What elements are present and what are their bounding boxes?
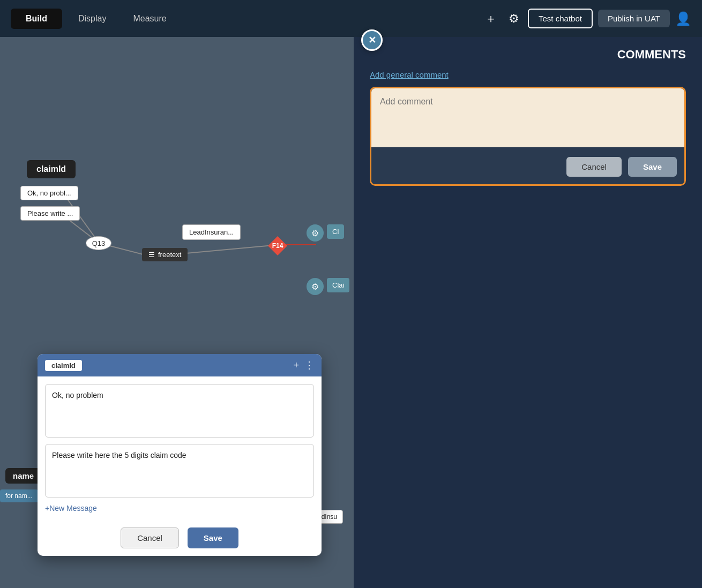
dialog-cancel-button[interactable]: Cancel [121,527,179,548]
dialog-save-button[interactable]: Save [188,527,238,548]
gear-icon-button[interactable]: ⚙ [505,9,522,29]
comment-actions: Cancel Save [371,149,684,184]
main-area: claimId Ok, no probl... Please write ...… [0,37,702,588]
dialog-more-icon[interactable]: ⋮ [304,359,314,371]
nav-measure-tab[interactable]: Measure [122,9,177,29]
freetext-icon: ☰ [148,251,155,259]
canvas-please-button[interactable]: Please write ... [20,206,80,221]
comments-title: COMMENTS [370,48,686,62]
comments-panel: ✕ COMMENTS Add general comment Cancel Sa… [354,37,702,588]
dialog-footer: Cancel Save [38,520,322,556]
topnav: Build Display Measure ＋ ⚙ Test chatbot P… [0,0,702,37]
dialog-title: claimId [45,360,82,371]
dialog-add-icon[interactable]: + [293,360,299,371]
canvas-area: claimId Ok, no probl... Please write ...… [0,37,354,588]
gear2-node: ⚙ [307,278,324,295]
freetext-label: freetext [158,251,181,259]
q13-node: Q13 [86,236,111,250]
leadinsuran-node: LeadInsuran... [182,224,241,240]
f14-label: F14 [272,242,283,250]
user-button[interactable]: 👤 [675,11,691,26]
comment-box-wrapper: Cancel Save [370,87,686,186]
dialog-message2: Please write here the 5 digits claim cod… [45,444,314,497]
comment-cancel-button[interactable]: Cancel [566,157,622,177]
close-icon: ✕ [368,34,376,46]
dialog-message1: Ok, no problem [45,384,314,438]
dialog-header: claimId + ⋮ [38,354,322,376]
for-nam-node: for nam... [0,489,38,502]
name-node-title: name [5,468,41,484]
add-icon-button[interactable]: ＋ [482,7,500,30]
dialog-new-message-link[interactable]: +New Message [45,504,314,512]
comment-save-button[interactable]: Save [628,157,677,177]
nav-display-tab[interactable]: Display [68,9,117,29]
ck-node: Cl [327,224,344,239]
claimid-node-title: claimId [27,160,76,178]
dialog-body: Ok, no problem Please write here the 5 d… [38,376,322,520]
publish-button[interactable]: Publish in UAT [598,10,670,27]
claimid-dialog: claimId + ⋮ Ok, no problem Please write … [38,354,322,556]
freetext-node: ☰ freetext [142,248,188,261]
clai-node: Clai [327,278,349,292]
test-chatbot-button[interactable]: Test chatbot [528,9,593,28]
close-panel-button[interactable]: ✕ [361,29,383,51]
add-general-comment-link[interactable]: Add general comment [370,70,686,79]
comment-textarea[interactable] [371,88,684,147]
gear1-node: ⚙ [307,224,324,242]
nav-build-tab[interactable]: Build [11,9,62,29]
canvas-ok-button[interactable]: Ok, no probl... [20,186,78,200]
